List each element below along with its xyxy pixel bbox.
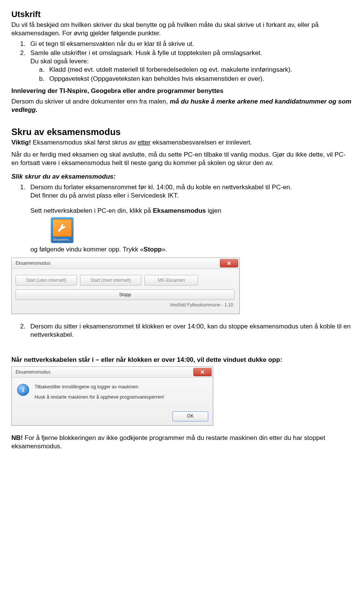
paragraph-nb: NB! For å fjerne blokkeringen av ikke go… bbox=[11, 434, 353, 451]
close-button[interactable] bbox=[220, 259, 238, 267]
list-item-text: Du skal også levere: bbox=[30, 58, 89, 65]
text: Sett nettverkskabelen i PC-en din, klikk… bbox=[30, 207, 153, 214]
list-item: Gi et tegn til eksamensvakten når du er … bbox=[27, 40, 353, 48]
paragraph-innlevering: Dersom du skriver ut andre dokumenter en… bbox=[11, 97, 353, 114]
heading-utskrift: Utskrift bbox=[11, 9, 353, 20]
paragraph-ferdig: Når du er ferdig med eksamen og skal avs… bbox=[11, 151, 353, 167]
close-button[interactable] bbox=[193, 368, 212, 376]
dialog-footer: OK bbox=[12, 412, 213, 425]
vendor-label: Vestfold Fylkeskommune - 1.10 bbox=[16, 300, 235, 310]
dialog-title: Eksamensmodus bbox=[16, 369, 50, 375]
desktop-icon-wrap: Eksamens... bbox=[51, 217, 353, 243]
eksamensmodus-icon[interactable]: Eksamens... bbox=[51, 217, 74, 243]
paragraph-sett-kabel: Sett nettverkskabelen i PC-en din, klikk… bbox=[30, 207, 353, 215]
text: ». bbox=[162, 246, 167, 253]
paragraph-utskrift-intro: Du vil få beskjed om hvilken skriver du … bbox=[11, 21, 353, 38]
key-icon bbox=[53, 219, 72, 237]
text: For å fjerne blokkeringen av ikke godkje… bbox=[11, 434, 325, 450]
dialog-titlebar: Eksamensmodus bbox=[12, 367, 213, 378]
info-dialog: Eksamensmodus i Tilbakestiller innstilli… bbox=[11, 366, 213, 426]
dialog-text-line: Husk å restarte maskinen for å oppheve p… bbox=[35, 394, 164, 400]
heading-innlevering: Innlevering der TI-Nspire, Geogebra elle… bbox=[11, 87, 353, 95]
dialog-title: Eksamensmodus bbox=[16, 261, 50, 267]
text-underline: etter bbox=[138, 139, 151, 146]
label-viktig: Viktig! bbox=[11, 139, 31, 146]
paragraph-viktig: Viktig! Eksamensmodus skal først skrus a… bbox=[11, 138, 353, 147]
mk-eksamen-button[interactable]: MK-Eksamen bbox=[144, 275, 198, 286]
label-nb: NB! bbox=[11, 434, 23, 441]
list-item: Oppgavetekst (Oppgaveteksten kan beholde… bbox=[46, 75, 353, 83]
text: Stopp bbox=[144, 246, 162, 253]
text: Eksamensmodus bbox=[153, 207, 206, 214]
stopp-button[interactable]: Stopp bbox=[16, 289, 235, 300]
list-item: Kladd (med evt. utdelt materiell til for… bbox=[46, 66, 353, 74]
text: eksamensbesvarelsen er innlevert. bbox=[151, 139, 252, 146]
dialog-text-line: Tilbakestiller innstillingene og logger … bbox=[35, 384, 164, 390]
slik-heading-text: Slik skrur du av eksamensmodus: bbox=[11, 173, 116, 180]
dialog-body: Start (uten internett) Start (med intern… bbox=[12, 269, 239, 314]
list-item-text: Samle alle utskrifter i et omslagsark. H… bbox=[30, 49, 262, 57]
start-uten-internett-button[interactable]: Start (uten internett) bbox=[16, 275, 77, 286]
text: igjen bbox=[206, 207, 221, 214]
dialog-body: i Tilbakestiller innstillingene og logge… bbox=[12, 378, 213, 412]
text: Dersom du skriver ut andre dokumenter en… bbox=[11, 98, 170, 105]
sublist: Kladd (med evt. utdelt materiell til for… bbox=[30, 66, 353, 83]
heading-innlevering-text: Innlevering der TI-Nspire, Geogebra elle… bbox=[11, 87, 223, 94]
text: Det finner du på anvist plass eller i Se… bbox=[30, 192, 179, 199]
start-med-internett-button[interactable]: Start (med internett) bbox=[80, 275, 141, 286]
slik-list: Dersom du forlater eksamensrommet før kl… bbox=[11, 183, 353, 254]
utskrift-list: Gi et tegn til eksamensvakten når du er … bbox=[11, 40, 353, 83]
button-row: Start (uten internett) Start (med intern… bbox=[16, 275, 235, 286]
text: og følgende vindu kommer opp. Trykk « bbox=[30, 246, 144, 253]
slik-heading: Slik skrur du av eksamensmodus: bbox=[11, 173, 353, 181]
dialog-text: Tilbakestiller innstillingene og logger … bbox=[35, 384, 164, 404]
close-icon bbox=[227, 261, 231, 265]
heading-skruav: Skru av eksamensmodus bbox=[11, 126, 353, 138]
dialog-titlebar: Eksamensmodus bbox=[12, 258, 239, 269]
desktop-icon-label: Eksamens... bbox=[51, 238, 73, 242]
close-icon bbox=[200, 370, 205, 374]
paragraph-og-folgende: og følgende vindu kommer opp. Trykk «Sto… bbox=[30, 245, 353, 254]
info-icon: i bbox=[17, 384, 29, 396]
list-item: Dersom du sitter i eksamensrommet til kl… bbox=[27, 322, 353, 339]
list-item: Dersom du forlater eksamensrommet før kl… bbox=[27, 183, 353, 254]
heading-nettkabel-text: Når nettverkskabelen står i – eller når … bbox=[11, 356, 282, 363]
text: Eksamensmodus skal først skrus av bbox=[31, 139, 138, 146]
heading-nettkabel: Når nettverkskabelen står i – eller når … bbox=[11, 356, 353, 364]
eksamensmodus-dialog: Eksamensmodus Start (uten internett) Sta… bbox=[11, 258, 240, 314]
list-item: Samle alle utskrifter i et omslagsark. H… bbox=[27, 49, 353, 83]
ok-button[interactable]: OK bbox=[173, 412, 208, 421]
slik-list-cont: Dersom du sitter i eksamensrommet til kl… bbox=[11, 322, 353, 339]
text: Dersom du forlater eksamensrommet før kl… bbox=[30, 184, 292, 191]
